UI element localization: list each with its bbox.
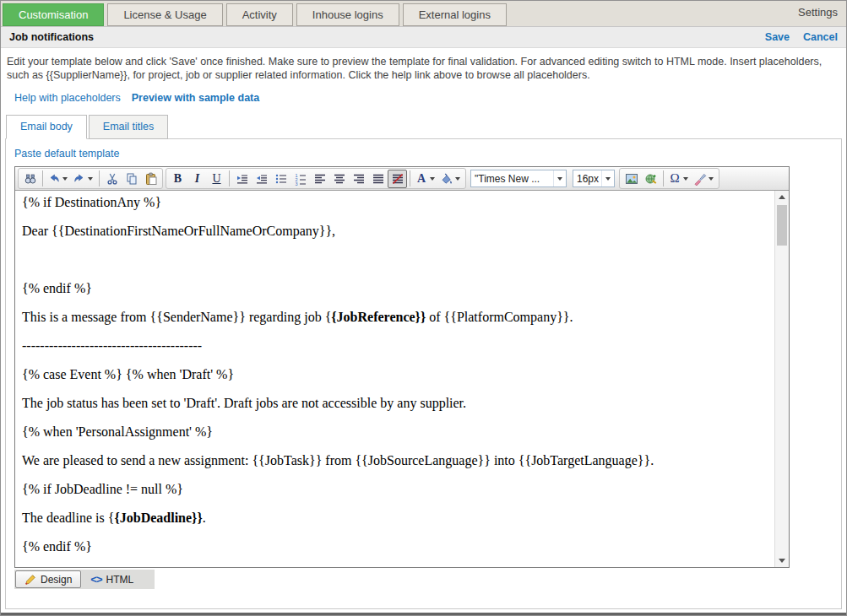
dropdown-caret (62, 177, 68, 181)
editor-paragraph: {% if DestinationAny %} (22, 194, 765, 211)
design-mode-button[interactable]: Design (15, 570, 81, 588)
indent-button[interactable] (232, 170, 252, 188)
font-name-select[interactable]: "Times New ... (470, 170, 567, 187)
rich-text-editor: BIU123A"Times New ...16pxΩ {% if Destina… (14, 166, 790, 568)
bold-button[interactable]: B (168, 170, 187, 188)
editor-paragraph: {% if JobDeadline != null %} (22, 481, 765, 498)
editor-edit-area[interactable]: {% if DestinationAny %}Dear {{Destinatio… (15, 191, 789, 567)
dropdown-caret (455, 177, 460, 181)
toolbar-group: BIU123A (166, 168, 466, 189)
numbered-list-icon: 123 (294, 172, 307, 186)
bold-icon: B (171, 172, 185, 186)
underline-button[interactable]: U (207, 170, 226, 188)
section-header: Job notifications Save Cancel (1, 26, 846, 48)
editor-content[interactable]: {% if DestinationAny %}Dear {{Destinatio… (15, 191, 789, 567)
undo-button[interactable] (46, 170, 71, 188)
align-center-icon (333, 172, 346, 186)
triangle-up-icon (779, 195, 785, 199)
design-mode-label: Design (41, 574, 72, 586)
help-with-placeholders-link[interactable]: Help with placeholders (14, 92, 121, 104)
scrollbar-thumb[interactable] (777, 205, 787, 246)
align-left-button[interactable] (310, 170, 329, 188)
numbered-list-button[interactable]: 123 (290, 170, 310, 188)
dropdown-caret (601, 170, 614, 186)
format-stripper-button[interactable] (692, 170, 717, 188)
top-tab-list: CustomisationLicense & UsageActivityInho… (3, 3, 507, 26)
scroll-down-arrow[interactable] (775, 554, 789, 567)
paste-button[interactable] (141, 170, 160, 188)
paste-default-template-link[interactable]: Paste default template (14, 148, 119, 159)
tab-inhouse-logins[interactable]: Inhouse logins (296, 3, 399, 26)
copy-button[interactable] (122, 170, 141, 188)
tab-license-usage[interactable]: License & Usage (107, 3, 222, 26)
triangle-down-icon (779, 559, 785, 563)
redo-button[interactable] (71, 170, 96, 188)
link-manager-button[interactable] (641, 170, 660, 188)
font-size-value: 16px (577, 173, 601, 185)
editor-paragraph: {% endif %} (22, 538, 765, 555)
tab-customisation[interactable]: Customisation (3, 3, 104, 26)
dropdown-caret (709, 177, 714, 181)
align-right-icon (352, 172, 366, 186)
align-center-button[interactable] (329, 170, 349, 188)
fill-color-button[interactable] (438, 170, 464, 188)
editor-mode-strip: Design <> HTML (14, 570, 155, 589)
toolbar-separator (229, 170, 230, 186)
helper-links: Help with placeholders Preview with samp… (1, 82, 846, 104)
email-body-panel: Paste default template BIU123A"Times New… (5, 138, 842, 609)
page: CustomisationLicense & UsageActivityInho… (0, 0, 847, 616)
editor-paragraph: The deadline is {{JobDeadline}}. (22, 510, 765, 527)
html-mode-button[interactable]: <> HTML (82, 570, 142, 589)
link-manager-icon (644, 172, 658, 186)
scroll-up-arrow[interactable] (775, 191, 789, 203)
fill-color-icon (440, 172, 453, 186)
indent-icon (236, 172, 249, 186)
cancel-button[interactable]: Cancel (803, 31, 838, 43)
format-stripper-icon (693, 172, 707, 186)
bullet-list-button[interactable] (271, 170, 290, 188)
instructions-text: Edit your template below and click 'Save… (1, 48, 846, 82)
find-button[interactable] (20, 170, 40, 188)
editor-paragraph (22, 251, 765, 268)
find-icon (24, 172, 37, 186)
editor-paragraph: {% when 'PersonalAssignment' %} (22, 424, 765, 440)
code-brackets-icon: <> (90, 573, 101, 586)
cut-button[interactable] (102, 170, 122, 188)
html-mode-label: HTML (106, 574, 134, 586)
preview-with-sample-data-link[interactable]: Preview with sample data (132, 92, 259, 104)
font-color-button[interactable]: A (413, 170, 438, 188)
italic-icon: I (191, 172, 204, 186)
image-manager-button[interactable] (622, 170, 641, 188)
align-left-icon (313, 172, 327, 186)
outdent-button[interactable] (252, 170, 271, 188)
justify-none-button[interactable] (388, 170, 407, 188)
align-right-button[interactable] (349, 170, 368, 188)
paste-icon (144, 172, 158, 186)
settings-link[interactable]: Settings (798, 6, 838, 22)
bullet-list-icon (274, 172, 288, 186)
dropdown-caret (430, 177, 435, 181)
justify-button[interactable] (368, 170, 388, 188)
editor-paragraph: ---------------------------------------- (22, 338, 765, 354)
redo-icon (73, 172, 86, 186)
tab-email-body[interactable]: Email body (6, 115, 87, 139)
paste-row: Paste default template (6, 139, 841, 165)
justify-icon (372, 172, 385, 186)
tab-external-logins[interactable]: External logins (403, 3, 507, 26)
font-size-select[interactable]: 16px (573, 170, 615, 187)
tab-email-titles[interactable]: Email titles (89, 115, 168, 139)
image-manager-icon (625, 172, 638, 186)
underline-icon: U (210, 172, 224, 186)
special-char-button[interactable]: Ω (666, 170, 692, 188)
editor-paragraph: We are pleased to send a new assignment:… (22, 452, 765, 469)
tab-activity[interactable]: Activity (226, 3, 293, 26)
italic-button[interactable]: I (187, 170, 207, 188)
font-color-icon: A (415, 172, 428, 186)
font-name-value: "Times New ... (475, 173, 553, 185)
editor-scrollbar[interactable] (774, 191, 789, 567)
special-char-icon: Ω (668, 172, 681, 186)
toolbar-separator (410, 170, 410, 186)
toolbar-group (18, 168, 163, 189)
pencil-icon (24, 574, 36, 586)
save-button[interactable]: Save (765, 31, 790, 43)
